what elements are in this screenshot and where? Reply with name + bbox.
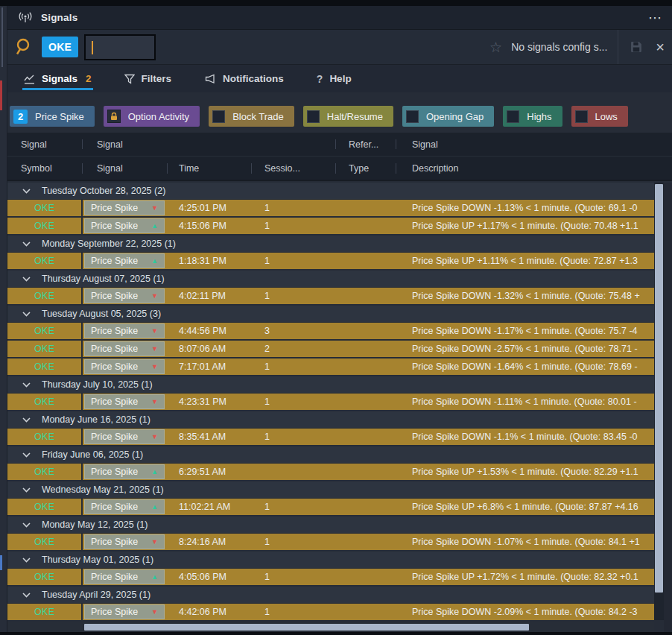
date-group-header[interactable]: Thursday July 10, 2025 (1) [7, 376, 654, 394]
horizontal-scrollbar-thumb[interactable] [84, 624, 529, 631]
signal-row[interactable]: OKE Price Spike ▼ 4:44:56 PM 3 Price Spi… [7, 323, 654, 339]
tab-label: Filters [142, 73, 172, 84]
date-group-header[interactable]: Thursday May 01, 2025 (1) [7, 552, 654, 569]
date-group-header[interactable]: Tuesday April 29, 2025 (1) [7, 587, 654, 604]
table-header-group-row: Signal Signal Refer... Signal [7, 133, 672, 157]
chevron-down-icon[interactable] [22, 382, 31, 388]
header-reference-top[interactable]: Refer... [336, 133, 396, 156]
description-cell: Price Spike DOWN -1.32% < 1 minute. (Quo… [396, 288, 654, 304]
type-cell [336, 358, 396, 375]
session-cell: 1 [252, 429, 336, 445]
favorite-star-icon[interactable]: ☆ [489, 39, 502, 56]
symbol-tag[interactable]: OKE [42, 37, 78, 57]
signal-cell: Price Spike ▼ [83, 288, 168, 304]
date-group-header[interactable]: Tuesday August 05, 2025 (3) [7, 306, 654, 323]
chevron-down-icon[interactable] [22, 487, 31, 493]
header-time[interactable]: Time [168, 157, 252, 180]
direction-arrow-icon: ▼ [151, 328, 158, 335]
search-input[interactable] [86, 36, 154, 59]
header-symbol[interactable]: Symbol [7, 157, 83, 180]
description-cell: Price Spike UP +1.53% < 1 minute. (Quote… [396, 464, 654, 480]
search-input-wrap[interactable] [84, 34, 156, 60]
time-cell: 8:07:06 AM [168, 341, 252, 357]
filter-chip[interactable]: Halt/Resume [303, 106, 393, 127]
header-signal-desc-top[interactable]: Signal [396, 133, 672, 156]
symbol-cell: OKE [7, 341, 83, 357]
type-cell [336, 569, 396, 585]
chip-checkbox[interactable] [212, 110, 225, 123]
close-button[interactable]: × [656, 40, 665, 54]
signal-row[interactable]: OKE Price Spike ▲ 11:02:21 AM 1 Price Sp… [7, 499, 654, 515]
signal-row[interactable]: OKE Price Spike ▼ 8:24:16 AM 1 Price Spi… [7, 534, 654, 550]
chip-checkbox[interactable] [507, 110, 519, 123]
signal-row[interactable]: OKE Price Spike ▲ 1:18:31 PM 1 Price Spi… [7, 253, 654, 269]
signal-row[interactable]: OKE Price Spike ▼ 7:17:01 AM 1 Price Spi… [7, 358, 654, 375]
session-cell: 1 [252, 358, 336, 375]
filter-chip[interactable]: Lows [571, 106, 628, 127]
time-cell: 8:24:16 AM [168, 534, 252, 550]
group-date-label: Wednesday May 21, 2025 (1) [42, 484, 164, 495]
symbol-cell: OKE [7, 358, 83, 375]
date-group-header[interactable]: Monday May 12, 2025 (1) [7, 516, 654, 534]
header-signal-group[interactable]: Signal [83, 133, 336, 156]
chip-checkbox[interactable] [406, 110, 419, 123]
signal-row[interactable]: OKE Price Spike ▼ 8:07:06 AM 2 Price Spi… [7, 341, 654, 357]
header-description[interactable]: Description [396, 157, 672, 180]
megaphone-icon [204, 74, 216, 84]
signal-row[interactable]: OKE Price Spike ▼ 8:35:41 AM 1 Price Spi… [7, 429, 654, 445]
signal-row[interactable]: OKE Price Spike ▼ 4:42:06 PM 1 Price Spi… [7, 604, 654, 620]
tab-notifications[interactable]: Notifications [204, 65, 284, 92]
vertical-scrollbar-thumb[interactable] [655, 184, 663, 593]
chip-count-badge[interactable]: 2 [13, 110, 28, 124]
vertical-scrollbar[interactable] [654, 183, 664, 620]
signal-row[interactable]: OKE Price Spike ▼ 4:02:11 PM 1 Price Spi… [7, 288, 654, 304]
symbol-cell: OKE [7, 253, 83, 269]
date-group-header[interactable]: Tuesday October 28, 2025 (2) [7, 183, 654, 200]
filter-chip[interactable]: Opening Gap [402, 106, 494, 127]
edge-mark-blue [0, 555, 2, 570]
chevron-down-icon[interactable] [22, 557, 31, 563]
header-signal-top[interactable]: Signal [7, 133, 83, 156]
date-group-header[interactable]: Thursday August 07, 2025 (1) [7, 271, 654, 288]
symbol-cell: OKE [7, 569, 83, 585]
header-type[interactable]: Type [336, 157, 396, 180]
filter-chip[interactable]: Option Activity [104, 106, 200, 127]
tab-signals[interactable]: Signals 2 [24, 65, 92, 92]
chevron-down-icon[interactable] [22, 417, 31, 423]
type-cell [336, 253, 396, 269]
type-cell [336, 534, 396, 550]
date-group-header[interactable]: Friday June 06, 2025 (1) [7, 446, 654, 464]
signal-row[interactable]: OKE Price Spike ▼ 4:25:01 PM 1 Price Spi… [7, 200, 654, 216]
date-group-header[interactable]: Monday September 22, 2025 (1) [7, 236, 654, 253]
chevron-down-icon[interactable] [22, 277, 31, 282]
date-group-header[interactable]: Wednesday May 21, 2025 (1) [7, 481, 654, 499]
tab-filters[interactable]: Filters [124, 65, 172, 92]
chevron-down-icon[interactable] [22, 312, 31, 317]
chevron-down-icon[interactable] [22, 189, 31, 194]
window-menu-button[interactable]: ⋯ [648, 14, 662, 22]
session-cell: 2 [252, 341, 336, 357]
tab-help[interactable]: ? Help [317, 65, 352, 92]
date-group-header[interactable]: Monday June 16, 2025 (1) [7, 411, 654, 429]
signal-row[interactable]: OKE Price Spike ▲ 4:05:06 PM 1 Price Spi… [7, 569, 654, 585]
lock-icon[interactable] [107, 110, 121, 123]
chip-checkbox[interactable] [307, 110, 320, 123]
signal-type-badge: Price Spike ▼ [84, 323, 165, 338]
filter-chip[interactable]: 2 Price Spike [10, 106, 95, 127]
signal-row[interactable]: OKE Price Spike ▲ 4:15:06 PM 1 Price Spi… [7, 218, 654, 234]
group-date-label: Thursday August 07, 2025 (1) [42, 274, 165, 284]
horizontal-scrollbar[interactable] [7, 622, 654, 632]
signal-row[interactable]: OKE Price Spike ▼ 4:23:31 PM 1 Price Spi… [7, 394, 654, 410]
chevron-down-icon[interactable] [22, 522, 31, 528]
header-session[interactable]: Sessio... [252, 157, 336, 180]
filter-chip[interactable]: Highs [503, 106, 562, 127]
signal-row[interactable]: OKE Price Spike ▲ 6:29:51 AM Price Spike… [7, 464, 654, 480]
header-signal[interactable]: Signal [83, 157, 168, 180]
chevron-down-icon[interactable] [22, 241, 31, 247]
chip-checkbox[interactable] [575, 110, 588, 123]
time-cell: 4:05:06 PM [168, 569, 252, 585]
chevron-down-icon[interactable] [22, 593, 31, 598]
filter-chip[interactable]: Block Trade [209, 106, 294, 127]
chevron-down-icon[interactable] [22, 452, 31, 458]
save-icon[interactable] [630, 41, 642, 53]
